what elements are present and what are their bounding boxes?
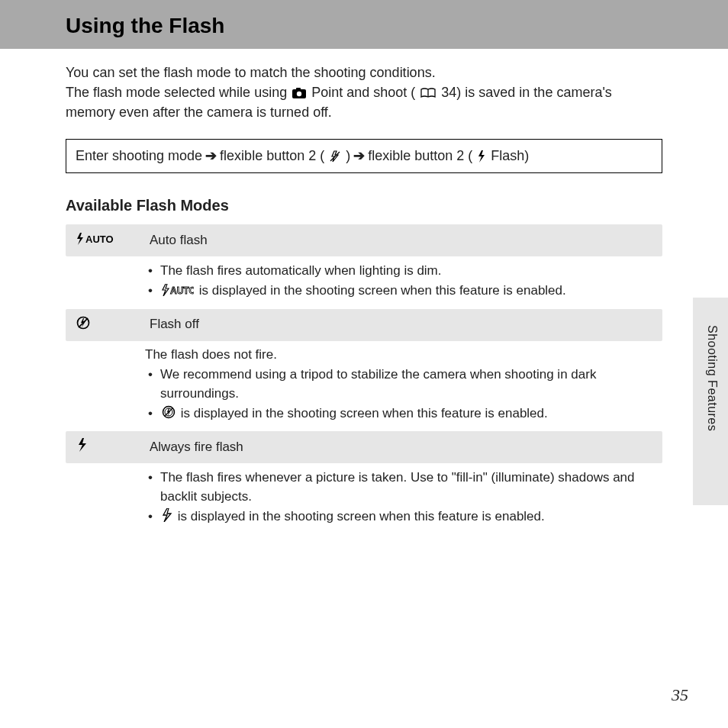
arrow-icon: ➔: [205, 146, 217, 166]
subheading: Available Flash Modes: [66, 195, 662, 217]
nav-step3: flexible button 2 (: [368, 146, 472, 166]
mode-name: Auto flash: [150, 231, 208, 250]
mode-bullet: The flash fires automatically when light…: [145, 262, 652, 281]
mode-bullet: is displayed in the shooting screen when…: [145, 404, 652, 424]
mode-description: The flash fires automatically when light…: [66, 256, 662, 308]
mode-header: Flash off: [66, 309, 662, 341]
flash-always-icon: [76, 437, 122, 457]
flash-off-circle-icon: [162, 405, 176, 419]
flash-auto-icon: AUTO: [76, 230, 122, 250]
navigation-box: Enter shooting mode ➔ flexible button 2 …: [66, 139, 662, 173]
nav-step1: Enter shooting mode: [76, 146, 202, 166]
flash-auto-outline-icon: AUTO: [162, 284, 194, 296]
intro-line2b: Point and shoot (: [311, 85, 415, 100]
svg-text:AUTO: AUTO: [85, 234, 114, 245]
intro-line1: You can set the flash mode to match the …: [66, 65, 436, 80]
page-title: Using the Flash: [66, 14, 728, 38]
content-area: You can set the flash mode to match the …: [0, 49, 728, 534]
nav-step2b: ): [346, 146, 350, 166]
svg-point-2: [297, 92, 301, 96]
mode-lead: The flash does not fire.: [145, 346, 652, 365]
flash-off-icon: [76, 315, 122, 335]
mode-description: The flash does not fire. We recommend us…: [66, 341, 662, 432]
nav-step2: flexible button 2 (: [220, 146, 324, 166]
mode-bullet: We recommend using a tripod to stabilize…: [145, 366, 652, 403]
mode-header: AUTO Auto flash: [66, 224, 662, 256]
svg-text:AUTO: AUTO: [170, 285, 194, 296]
arrow-icon: ➔: [353, 146, 365, 166]
book-icon: [420, 88, 436, 98]
mode-bullet: is displayed in the shooting screen when…: [145, 507, 652, 527]
flash-mode-always: Always fire flash The flash fires whenev…: [66, 431, 662, 534]
svg-rect-1: [296, 88, 301, 90]
mode-bullet: The flash fires whenever a picture is ta…: [145, 469, 652, 506]
flash-icon: [477, 150, 486, 163]
camera-icon: [292, 88, 306, 98]
mode-name: Flash off: [150, 315, 199, 334]
mode-header: Always fire flash: [66, 431, 662, 463]
flash-mode-off: Flash off The flash does not fire. We re…: [66, 309, 662, 432]
flash-slash-icon: [329, 150, 341, 163]
flash-outline-icon: [162, 508, 172, 522]
flash-mode-auto: AUTO Auto flash The flash fires automati…: [66, 224, 662, 308]
title-band: Using the Flash: [0, 0, 728, 49]
mode-name: Always fire flash: [150, 438, 243, 457]
mode-description: The flash fires whenever a picture is ta…: [66, 463, 662, 534]
intro-line2a: The flash mode selected while using: [66, 85, 291, 100]
section-label: Shooting Features: [705, 325, 719, 431]
page-number: 35: [672, 685, 688, 705]
nav-step3b: Flash): [491, 146, 529, 166]
mode-bullet: AUTO is displayed in the shooting screen…: [145, 282, 652, 301]
intro-paragraph: You can set the flash mode to match the …: [66, 63, 662, 122]
